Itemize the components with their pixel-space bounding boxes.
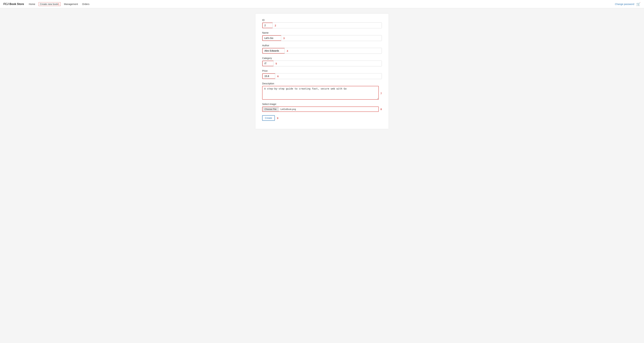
price-input-row: 6 <box>262 73 382 79</box>
description-textarea[interactable]: A step-by-step guide to creating fast, s… <box>262 86 379 100</box>
category-group: Category 5 <box>262 57 382 66</box>
id-label: ID <box>262 19 382 22</box>
nav-links: Home Create new book1 Management Orders <box>28 2 615 6</box>
price-extra-input[interactable] <box>280 74 382 79</box>
category-extra-input[interactable] <box>278 61 382 66</box>
category-input-row: 5 <box>262 60 382 66</box>
cart-icon[interactable]: 🛒 <box>636 2 640 6</box>
file-input-row-wrapper: Choose File LetGoBook.png 8 <box>262 106 382 112</box>
choose-file-button[interactable]: Choose File <box>262 107 278 112</box>
name-label: Name <box>262 32 382 34</box>
author-input-row: 4 <box>262 48 382 54</box>
id-row: 2 <box>262 22 382 28</box>
description-label: Description <box>262 82 382 85</box>
nav-right: Change password 🛒 <box>615 2 640 6</box>
create-row: Create 9 <box>262 115 382 121</box>
author-label: Author <box>262 44 382 47</box>
nav-create-new-book[interactable]: Create new book1 <box>38 2 60 6</box>
id-group: ID 2 <box>262 19 382 28</box>
name-input-row: 3 <box>262 35 382 41</box>
navbar: FCJ Book Store Home Create new book1 Man… <box>0 0 644 8</box>
name-annotation: 3 <box>282 37 286 40</box>
create-group: Create 9 <box>262 115 382 121</box>
id-input-row: 2 <box>262 22 382 28</box>
price-label: Price <box>262 70 382 72</box>
author-group: Author 4 <box>262 44 382 54</box>
form-card: ID 2 Name 3 Author 4 <box>255 14 389 129</box>
category-label: Category <box>262 57 382 60</box>
category-input[interactable] <box>262 61 274 66</box>
select-image-label: Select image: <box>262 103 382 106</box>
nav-management[interactable]: Management <box>63 2 79 6</box>
name-extra-input[interactable] <box>286 35 382 41</box>
category-annotation: 5 <box>274 62 278 65</box>
id-annotation: 2 <box>273 24 278 27</box>
description-group: Description A step-by-step guide to crea… <box>262 82 382 100</box>
change-password-link[interactable]: Change password <box>615 3 634 6</box>
name-group: Name 3 <box>262 32 382 41</box>
author-annotation: 4 <box>285 50 290 52</box>
author-extra-input[interactable] <box>290 48 382 54</box>
nav-orders[interactable]: Orders <box>82 2 90 6</box>
brand-logo: FCJ Book Store <box>4 2 24 6</box>
price-annotation: 6 <box>276 75 280 78</box>
file-name-display: LetGoBook.png <box>278 107 378 112</box>
name-input[interactable] <box>262 35 281 41</box>
select-image-group: Select image: Choose File LetGoBook.png … <box>262 103 382 112</box>
price-input[interactable] <box>262 74 275 79</box>
description-annotation: 7 <box>380 92 382 95</box>
main-content: ID 2 Name 3 Author 4 <box>0 8 644 134</box>
author-input[interactable] <box>262 48 284 54</box>
id-extra-input[interactable] <box>278 23 382 28</box>
description-row: A step-by-step guide to creating fast, s… <box>262 86 382 100</box>
nav-annotation-1: 1 <box>58 3 59 6</box>
nav-home[interactable]: Home <box>28 2 36 6</box>
file-input-container: Choose File LetGoBook.png <box>262 106 379 112</box>
file-annotation: 8 <box>380 108 382 110</box>
create-button[interactable]: Create <box>262 115 275 121</box>
id-input[interactable] <box>262 23 272 28</box>
create-annotation: 9 <box>277 117 278 119</box>
price-group: Price 6 <box>262 70 382 79</box>
